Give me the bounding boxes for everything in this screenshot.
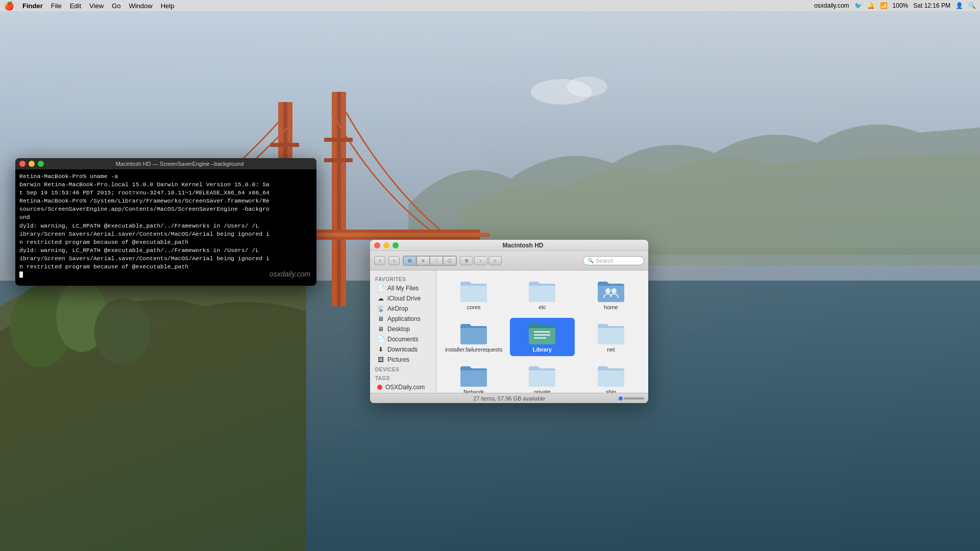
finder-item-private[interactable]: private bbox=[510, 360, 574, 393]
sidebar-item-pictures[interactable]: 🖼 Pictures bbox=[372, 355, 434, 365]
finder-item-network[interactable]: Network bbox=[442, 360, 506, 393]
svg-rect-9 bbox=[324, 138, 353, 142]
sidebar-item-desktop[interactable]: 🖥 Desktop bbox=[372, 324, 434, 334]
website-label: osxdaily.com bbox=[814, 2, 849, 9]
menu-file[interactable]: File bbox=[51, 2, 62, 10]
zoom-control[interactable] bbox=[619, 396, 644, 400]
airdrop-icon: 📡 bbox=[377, 305, 384, 312]
terminal-close-button[interactable] bbox=[19, 161, 26, 167]
item-name-home: home bbox=[604, 304, 618, 311]
coverflow-view-button[interactable]: ⬡ bbox=[443, 256, 456, 265]
terminal-maximize-button[interactable] bbox=[38, 161, 44, 167]
finder-maximize-button[interactable] bbox=[393, 242, 399, 248]
search-icon[interactable]: 🔍 bbox=[968, 2, 976, 9]
menubar-left: 🍎 Finder File Edit View Go Window Help bbox=[4, 1, 174, 11]
search-icon: 🔍 bbox=[587, 258, 594, 263]
terminal-window: Macintosh HD — ScreenSaverEngine –backgr… bbox=[15, 158, 316, 286]
finder-item-sbin[interactable]: sbin bbox=[579, 360, 643, 393]
menubar: 🍎 Finder File Edit View Go Window Help o… bbox=[0, 0, 980, 11]
terminal-line-1: Retina-MacBook-Pro% uname -a bbox=[19, 172, 312, 181]
terminal-content[interactable]: Retina-MacBook-Pro% uname -a Darwin Reti… bbox=[15, 169, 316, 286]
column-view-button[interactable]: ⋮ bbox=[430, 256, 443, 265]
forward-button[interactable]: › bbox=[388, 256, 400, 265]
search-placeholder: Search bbox=[596, 258, 614, 264]
finder-item-library[interactable]: Library bbox=[510, 318, 574, 356]
finder-sidebar: FAVORITES 📄 All My Files ☁ iCloud Drive … bbox=[370, 270, 436, 393]
item-name-net: net bbox=[607, 346, 615, 353]
menu-go[interactable]: Go bbox=[112, 2, 120, 10]
finder-content: cores etc bbox=[436, 270, 648, 393]
terminal-line-8: ibrary/Screen Savers/Aerial.saver/Conten… bbox=[19, 230, 312, 238]
favorites-header: FAVORITES bbox=[370, 274, 436, 283]
svg-rect-7 bbox=[271, 143, 299, 147]
sidebar-label-airdrop: AirDrop bbox=[387, 305, 408, 312]
finder-item-net[interactable]: net bbox=[579, 318, 643, 356]
sidebar-label-downloads: Downloads bbox=[387, 346, 418, 353]
sidebar-item-documents[interactable]: 📄 Documents bbox=[372, 334, 434, 344]
sidebar-label-applications: Applications bbox=[387, 315, 421, 322]
menu-app[interactable]: Finder bbox=[22, 2, 43, 10]
terminal-line-3: t Sep 19 15:53:46 PDT 2015; root=xnu-324… bbox=[19, 189, 312, 197]
action-settings-button[interactable]: ⚙ bbox=[460, 256, 473, 265]
sidebar-item-downloads[interactable]: ⬇ Downloads bbox=[372, 344, 434, 355]
svg-rect-22 bbox=[534, 337, 546, 339]
all-my-files-icon: 📄 bbox=[377, 285, 384, 292]
svg-point-18 bbox=[605, 288, 610, 293]
finder-titlebar: Macintosh HD bbox=[370, 240, 648, 251]
finder-item-etc[interactable]: etc bbox=[510, 276, 574, 314]
clock: Sat 12:16 PM bbox=[913, 2, 950, 9]
terminal-title: Macintosh HD — ScreenSaverEngine –backgr… bbox=[47, 161, 312, 167]
menubar-right: osxdaily.com 🐦 🔔 📶 100% Sat 12:16 PM 👤 🔍 bbox=[814, 2, 976, 9]
menu-window[interactable]: Window bbox=[129, 2, 152, 10]
terminal-line-2: Darwin Retina-MacBook-Pro.local 15.0.0 D… bbox=[19, 181, 312, 189]
list-view-button[interactable]: ≡ bbox=[416, 256, 430, 265]
zoom-slider[interactable] bbox=[624, 397, 644, 399]
zoom-dot bbox=[619, 396, 623, 400]
finder-minimize-button[interactable] bbox=[383, 242, 389, 248]
finder-item-home[interactable]: home bbox=[579, 276, 643, 314]
share-button[interactable]: ↑ bbox=[474, 256, 487, 265]
sidebar-item-all-my-files[interactable]: 📄 All My Files bbox=[372, 283, 434, 293]
sidebar-label-documents: Documents bbox=[387, 336, 419, 343]
icon-view-button[interactable]: ⊞ bbox=[403, 256, 416, 265]
icloud-icon: ☁ bbox=[377, 295, 384, 302]
svg-rect-20 bbox=[534, 331, 550, 333]
twitter-icon: 🐦 bbox=[854, 2, 862, 9]
statusbar-text: 27 items, 57.96 GB available bbox=[473, 395, 545, 402]
svg-rect-10 bbox=[324, 158, 353, 162]
apple-menu[interactable]: 🍎 bbox=[4, 1, 14, 11]
notification-icon: 🔔 bbox=[867, 2, 875, 9]
sidebar-label-icloud: iCloud Drive bbox=[387, 295, 421, 302]
battery-label: 100% bbox=[893, 2, 909, 9]
finder-statusbar: 27 items, 57.96 GB available bbox=[370, 393, 648, 403]
sidebar-item-applications[interactable]: 🖥 Applications bbox=[372, 314, 434, 324]
finder-close-button[interactable] bbox=[374, 242, 380, 248]
menu-help[interactable]: Help bbox=[161, 2, 175, 10]
sidebar-item-icloud-drive[interactable]: ☁ iCloud Drive bbox=[372, 293, 434, 304]
back-button[interactable]: ‹ bbox=[374, 256, 385, 265]
pictures-icon: 🖼 bbox=[377, 356, 384, 363]
folder-icon-net bbox=[597, 321, 625, 344]
item-name-installer: installer.failurerequests bbox=[445, 346, 503, 353]
finder-item-installer[interactable]: installer.failurerequests bbox=[442, 318, 506, 356]
terminal-line-4: Retina-MacBook-Pro% /System/Library/Fram… bbox=[19, 197, 312, 205]
finder-body: FAVORITES 📄 All My Files ☁ iCloud Drive … bbox=[370, 270, 648, 393]
item-name-library: Library bbox=[533, 346, 552, 353]
sidebar-tag-osxdaily[interactable]: OSXDaily.com bbox=[372, 382, 434, 392]
menu-view[interactable]: View bbox=[89, 2, 104, 10]
terminal-line-12: n restricted program because of @executa… bbox=[19, 263, 312, 271]
terminal-minimize-button[interactable] bbox=[29, 161, 35, 167]
svg-point-19 bbox=[611, 288, 617, 293]
sidebar-label-pictures: Pictures bbox=[387, 356, 409, 363]
desktop-icon: 🖥 bbox=[377, 325, 384, 333]
terminal-line-6: und bbox=[19, 213, 312, 221]
terminal-titlebar: Macintosh HD — ScreenSaverEngine –backgr… bbox=[15, 158, 316, 169]
sidebar-item-airdrop[interactable]: 📡 AirDrop bbox=[372, 304, 434, 314]
tag-button[interactable]: ○ bbox=[488, 256, 502, 265]
finder-search-field[interactable]: 🔍 Search bbox=[583, 256, 644, 265]
user-icon: 👤 bbox=[955, 2, 963, 9]
menu-edit[interactable]: Edit bbox=[70, 2, 81, 10]
folder-icon-private bbox=[528, 363, 556, 387]
wifi-icon: 📶 bbox=[880, 2, 888, 9]
finder-item-cores[interactable]: cores bbox=[442, 276, 506, 314]
